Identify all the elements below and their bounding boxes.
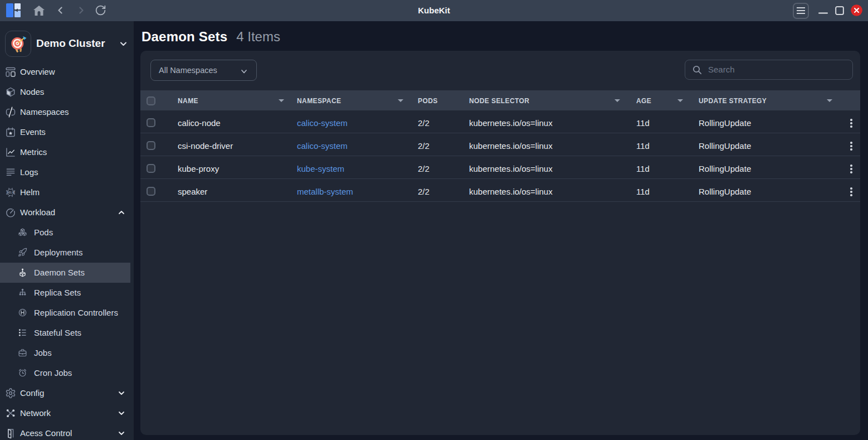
svg-text:HELM: HELM xyxy=(7,191,15,194)
